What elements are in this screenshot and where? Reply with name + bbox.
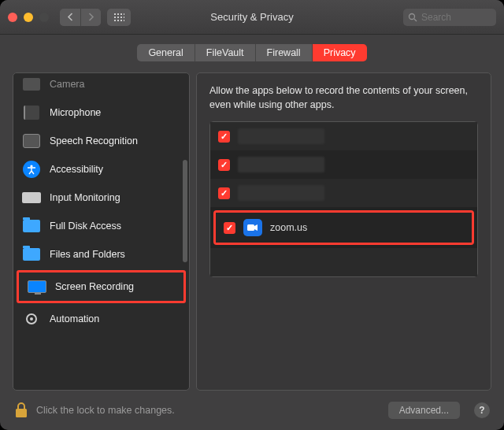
preferences-window: Security & Privacy General FileVault Fir… bbox=[0, 0, 504, 430]
sidebar-item-speech[interactable]: Speech Recognition bbox=[13, 127, 189, 155]
app-checkbox[interactable]: ✓ bbox=[218, 187, 230, 199]
sidebar-item-full-disk[interactable]: Full Disk Access bbox=[13, 212, 189, 240]
sidebar-item-microphone[interactable]: Microphone bbox=[13, 98, 189, 127]
sidebar-item-label: Camera bbox=[50, 79, 84, 90]
sidebar-item-label: Full Disk Access bbox=[50, 221, 121, 232]
app-name: zoom.us bbox=[270, 222, 307, 233]
lock-text: Click the lock to make changes. bbox=[36, 405, 175, 416]
app-row[interactable]: ✓ bbox=[210, 122, 477, 150]
forward-button[interactable] bbox=[80, 9, 101, 26]
zoom-icon bbox=[243, 219, 262, 236]
svg-rect-5 bbox=[247, 224, 254, 231]
chevron-right-icon bbox=[87, 13, 94, 21]
lock-icon[interactable] bbox=[14, 402, 28, 419]
panel-description: Allow the apps below to record the conte… bbox=[209, 84, 478, 112]
content-area: Camera Microphone Speech Recognition Acc… bbox=[0, 66, 504, 391]
sidebar-item-camera[interactable]: Camera bbox=[13, 72, 189, 98]
keyboard-icon bbox=[22, 192, 41, 203]
svg-line-1 bbox=[414, 19, 417, 21]
sidebar-item-label: Files and Folders bbox=[50, 249, 125, 260]
search-input[interactable] bbox=[421, 12, 484, 23]
accessibility-icon bbox=[23, 161, 40, 178]
gear-icon bbox=[21, 310, 42, 328]
nav-buttons bbox=[60, 9, 101, 26]
minimize-window-button[interactable] bbox=[24, 13, 33, 22]
sidebar-item-screen-recording[interactable]: Screen Recording bbox=[17, 270, 186, 303]
folder-icon bbox=[23, 248, 40, 261]
privacy-sidebar: Camera Microphone Speech Recognition Acc… bbox=[13, 72, 190, 391]
detail-panel: Allow the apps below to record the conte… bbox=[196, 72, 491, 391]
tab-firewall[interactable]: Firewall bbox=[256, 44, 313, 61]
tab-filevault[interactable]: FileVault bbox=[195, 44, 256, 61]
sidebar-item-label: Automation bbox=[50, 313, 99, 324]
tab-privacy[interactable]: Privacy bbox=[313, 44, 367, 61]
sidebar-item-label: Microphone bbox=[50, 107, 101, 118]
app-name-redacted bbox=[238, 128, 324, 144]
chevron-left-icon bbox=[67, 13, 74, 21]
app-row-highlighted: ✓ zoom.us bbox=[213, 210, 474, 245]
sidebar-item-automation[interactable]: Automation bbox=[13, 305, 189, 333]
window-controls bbox=[8, 13, 49, 22]
advanced-button[interactable]: Advanced... bbox=[388, 402, 460, 419]
back-button[interactable] bbox=[60, 9, 80, 26]
svg-point-2 bbox=[30, 165, 32, 167]
search-icon bbox=[408, 13, 417, 22]
sidebar-item-label: Speech Recognition bbox=[50, 135, 138, 146]
app-row bbox=[210, 248, 477, 276]
sidebar-item-label: Screen Recording bbox=[55, 281, 134, 292]
app-row-zoom[interactable]: ✓ zoom.us bbox=[216, 213, 472, 243]
sidebar-item-input-monitoring[interactable]: Input Monitoring bbox=[13, 183, 189, 212]
search-field[interactable] bbox=[403, 9, 496, 26]
app-checkbox[interactable]: ✓ bbox=[218, 159, 230, 171]
camera-icon bbox=[23, 78, 40, 91]
show-all-button[interactable] bbox=[107, 9, 131, 26]
app-list: ✓ ✓ ✓ ✓ zoom.us bbox=[209, 121, 478, 277]
sidebar-scrollbar[interactable] bbox=[183, 160, 187, 262]
sidebar-item-accessibility[interactable]: Accessibility bbox=[13, 155, 189, 183]
sidebar-item-label: Accessibility bbox=[50, 164, 103, 175]
zoom-window-button[interactable] bbox=[39, 13, 49, 22]
app-checkbox[interactable]: ✓ bbox=[224, 222, 235, 234]
tab-general[interactable]: General bbox=[137, 44, 195, 61]
app-name-redacted bbox=[238, 185, 324, 201]
app-name-redacted bbox=[238, 157, 324, 172]
grid-icon bbox=[113, 13, 124, 22]
app-row[interactable]: ✓ bbox=[210, 150, 477, 179]
sidebar-item-files-folders[interactable]: Files and Folders bbox=[13, 240, 189, 269]
help-button[interactable]: ? bbox=[474, 402, 490, 418]
app-checkbox[interactable]: ✓ bbox=[218, 131, 230, 143]
monitor-icon bbox=[28, 280, 46, 293]
microphone-icon bbox=[24, 106, 39, 120]
close-window-button[interactable] bbox=[8, 13, 17, 22]
sidebar-item-label: Input Monitoring bbox=[50, 192, 120, 203]
folder-icon bbox=[23, 220, 40, 232]
footer: Click the lock to make changes. Advanced… bbox=[0, 391, 504, 430]
app-row[interactable]: ✓ bbox=[210, 179, 477, 207]
speech-icon bbox=[23, 134, 40, 148]
svg-point-0 bbox=[410, 13, 415, 19]
svg-point-4 bbox=[30, 317, 33, 321]
titlebar: Security & Privacy bbox=[0, 0, 504, 35]
svg-rect-6 bbox=[16, 409, 27, 417]
tab-bar: General FileVault Firewall Privacy bbox=[0, 35, 504, 66]
